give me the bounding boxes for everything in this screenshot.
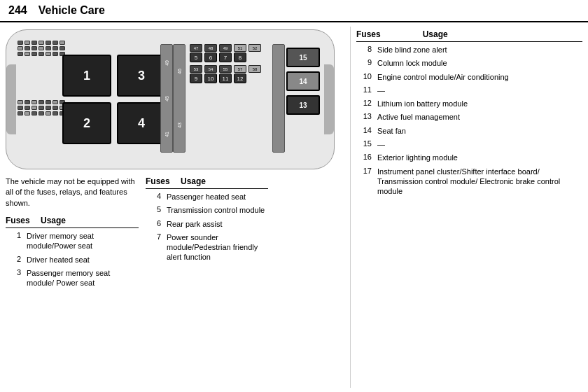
sf [31,100,37,104]
left-header-fuses: Fuses [6,216,27,225]
fuse-num-6: 6 [146,219,164,227]
sf [46,106,51,110]
right-fuse-row-12: 12 Lithium ion battery module [356,99,582,108]
right-fuse-usage-8: Side blind zone alert [377,45,582,55]
fuse-usage-4: Passenger heated seat [167,192,268,202]
right-header-fuses: Fuses [356,29,381,39]
right-fuse-num-10: 10 [356,72,374,80]
right-fuse-usage-12: Lithium ion battery module [377,99,582,108]
fuse-num-2: 2 [6,255,24,263]
sf [18,100,23,104]
right-fuse-row-14: 14 Seat fan [356,126,582,136]
fuse-row-7: 7 Power sounder module/Pedestrian friend… [146,232,268,262]
sf [18,52,23,56]
fuse-usage-5: Transmission control module [167,205,268,215]
mf7: 7 [219,52,232,62]
sf [31,41,37,45]
right-fuse-row-16: 16 Exterior lighting module [356,153,582,162]
fuse-usage-2: Driver heated seat [27,255,139,265]
mf54: 54 [204,65,217,73]
right-fuse-num-11: 11 [356,85,374,94]
sf [24,52,30,56]
fuse-diagram: 1 3 2 4 49 45 41 46 43 47 48 [6,29,335,169]
right-table-header: Fuses Usage [356,29,582,42]
mf11: 11 [219,74,232,83]
page-header: 244 Vehicle Care [0,0,588,22]
right-fuse-row-8: 8 Side blind zone alert [356,45,582,55]
mid-fuse-table: Fuses Usage 4 Passenger heated seat 5 Tr… [146,176,268,266]
large-fuse-1: 1 [62,55,111,97]
mf49: 49 [219,44,232,52]
page-title: Vehicle Care [38,4,105,17]
fuse-num-4: 4 [146,192,164,200]
mf53: 53 [190,65,202,73]
sf [31,52,37,56]
vert-right [272,44,285,153]
rf13: 13 [286,95,320,115]
fuse-row-5: 5 Transmission control module [146,205,268,215]
right-fuse-row-10: 10 Engine control module/Air conditionin… [356,72,582,82]
mf12: 12 [234,74,246,83]
sf [24,100,30,104]
sf [52,41,58,45]
fuse-usage-3: Passenger memory seat module/ Power seat [27,268,139,288]
mf57: 57 [234,65,246,73]
large-fuse-3: 3 [117,55,166,97]
large-fuses: 1 3 2 4 [62,55,166,144]
rf15: 15 [286,48,320,67]
mid-table-header: Fuses Usage [146,176,268,189]
left-panel: 1 3 2 4 49 45 41 46 43 47 48 [0,27,350,388]
right-fuse-usage-13: Active fuel management [377,112,582,122]
left-fuse-table: Fuses Usage 1 Driver memory seat module/… [6,216,139,288]
sf [18,46,23,50]
right-fuse-usage-14: Seat fan [377,126,582,136]
sf [52,46,58,50]
sf [18,106,23,110]
right-fuse-usage-16: Exterior lighting module [377,153,582,162]
vertical-strip-2: 46 43 [173,44,186,153]
mf47: 47 [190,44,202,52]
right-fuse-num-17: 17 [356,167,374,175]
disclaimer: The vehicle may not be equipped with all… [6,176,139,209]
fuse-num-5: 5 [146,205,164,214]
fuse-row-6: 6 Rear park assist [146,219,268,229]
sf [38,106,44,110]
mid-header-usage: Usage [181,176,268,186]
fuse-num-7: 7 [146,232,164,241]
right-fuse-num-16: 16 [356,153,374,161]
mf6: 6 [204,52,217,62]
fuse-usage-6: Rear park assist [167,219,268,229]
sf [24,111,30,115]
right-fuses-area: 15 14 13 [286,48,320,115]
mf10: 10 [204,74,217,83]
mf48: 48 [204,44,217,52]
right-fuse-num-9: 9 [356,58,374,66]
right-fuse-row-11: 11 — [356,85,582,95]
right-fuse-usage-9: Column lock module [377,58,582,68]
fuse-row-3: 3 Passenger memory seat module/ Power se… [6,268,139,288]
right-fuse-row-15: 15 — [356,139,582,149]
mf5: 5 [190,52,202,62]
fuse-num-1: 1 [6,231,24,239]
sf [52,111,58,115]
sf [46,100,51,104]
mf9: 9 [190,74,202,83]
fuse-row-1: 1 Driver memory seat module/Power seat [6,231,139,251]
mf58: 58 [248,65,261,73]
mf55: 55 [219,65,232,73]
right-header-usage: Usage [423,29,448,39]
small-fuses-bottom-left [18,100,65,115]
sf [38,111,44,115]
rf14: 14 [286,71,320,91]
right-fuse-num-8: 8 [356,45,374,53]
bottom-area: The vehicle may not be equipped with all… [6,176,344,292]
sf [31,106,37,110]
mf8: 8 [234,52,246,62]
fuse-row-4: 4 Passenger heated seat [146,192,268,202]
sf [38,41,44,45]
sf [18,41,23,45]
page-number: 244 [8,4,27,17]
sf [24,106,30,110]
vertical-strip: 49 45 41 [160,44,173,153]
right-fuse-usage-17: Instrument panel cluster/Shifter interfa… [377,167,582,197]
